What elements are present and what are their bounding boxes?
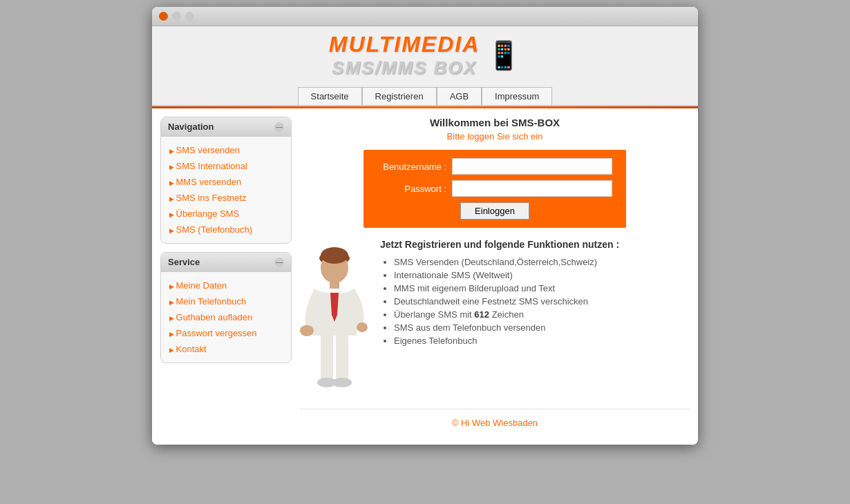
password-row: Passwort : — [377, 180, 612, 197]
svg-point-2 — [321, 247, 348, 264]
service-link-meine-daten[interactable]: Meine Daten — [165, 278, 287, 293]
navigation-title: Navigation — [168, 122, 214, 132]
person-svg — [300, 239, 369, 398]
username-input[interactable] — [452, 158, 612, 175]
browser-titlebar — [152, 7, 698, 26]
svg-point-4 — [300, 325, 314, 336]
service-box: Service — Meine Daten Mein Telefonbuch G… — [160, 252, 292, 363]
service-link-guthaben[interactable]: Guthaben aufladen — [165, 309, 287, 325]
feature-item: SMS aus dem Telefonbuch versenden — [394, 322, 690, 333]
nav-tabs: Startseite Registrieren AGB Impressum — [152, 87, 698, 105]
phone-icon: 📱 — [487, 39, 521, 72]
service-title: Service — [168, 257, 200, 267]
navigation-links: SMS versenden SMS International MMS vers… — [161, 137, 291, 243]
right-content: Willkommen bei SMS-BOX Bitte loggen Sie … — [300, 117, 690, 436]
tab-registrieren[interactable]: Registrieren — [362, 87, 437, 105]
username-row: Benutzername : — [377, 158, 612, 175]
feature-item: Eigenes Telefonbuch — [394, 336, 690, 346]
welcome-section: Willkommen bei SMS-BOX Bitte loggen Sie … — [300, 117, 690, 228]
service-link-kontakt[interactable]: Kontakt — [165, 341, 287, 357]
nav-link-sms-versenden[interactable]: SMS versenden — [165, 142, 287, 158]
feature-item: Überlange SMS mit 612 Zeichen — [394, 309, 690, 320]
service-minimize-button[interactable]: — — [274, 258, 284, 267]
close-button[interactable] — [159, 12, 168, 21]
password-input[interactable] — [452, 180, 612, 197]
site-header: MULTIMEDIA SMS/MMS BOX 📱 Startseite Regi… — [152, 26, 698, 106]
features-section: Jetzt Registrieren und folgende Funktion… — [380, 239, 690, 349]
feature-item: MMS mit eigenem Bilderupload und Text — [394, 283, 690, 293]
footer-link[interactable]: © Hi Web Wiesbaden — [452, 418, 538, 428]
tab-agb[interactable]: AGB — [437, 87, 482, 105]
browser-content: MULTIMEDIA SMS/MMS BOX 📱 Startseite Regi… — [152, 26, 698, 445]
nav-link-sms-telefonbuch[interactable]: SMS (Telefonbuch) — [165, 222, 287, 238]
svg-rect-7 — [336, 334, 348, 382]
features-list: SMS Versenden (Deutschland,Österreich,Sc… — [380, 257, 690, 346]
bottom-area: Jetzt Registrieren und folgende Funktion… — [300, 239, 690, 398]
feature-item: Deutschlandweit eine Festnetz SMS versch… — [394, 296, 690, 307]
logo-text: MULTIMEDIA SMS/MMS BOX — [329, 32, 480, 79]
logo-smsmms: SMS/MMS BOX — [332, 57, 477, 79]
minimize-button[interactable] — [172, 12, 181, 21]
navigation-minimize-button[interactable]: — — [274, 122, 284, 132]
service-link-telefonbuch[interactable]: Mein Telefonbuch — [165, 293, 287, 309]
logo-multimedia: MULTIMEDIA — [329, 32, 480, 57]
username-label: Benutzername : — [377, 162, 446, 172]
svg-point-9 — [332, 378, 352, 387]
password-label: Passwort : — [377, 184, 446, 194]
person-image — [300, 239, 369, 398]
logo-area: MULTIMEDIA SMS/MMS BOX 📱 — [152, 32, 698, 84]
service-box-header: Service — — [161, 253, 291, 272]
sidebar: Navigation — SMS versenden SMS Internati… — [160, 117, 292, 436]
svg-point-5 — [357, 322, 368, 332]
navigation-box-header: Navigation — — [161, 117, 291, 137]
service-links: Meine Daten Mein Telefonbuch Guthaben au… — [161, 272, 291, 362]
browser-window: MULTIMEDIA SMS/MMS BOX 📱 Startseite Regi… — [152, 7, 698, 445]
nav-link-sms-international[interactable]: SMS International — [165, 158, 287, 174]
login-form: Benutzername : Passwort : Einloggen — [363, 150, 626, 228]
tab-impressum[interactable]: Impressum — [482, 87, 552, 105]
feature-item: SMS Versenden (Deutschland,Österreich,Sc… — [394, 257, 690, 267]
welcome-title: Willkommen bei SMS-BOX — [300, 117, 690, 128]
main-content: Navigation — SMS versenden SMS Internati… — [152, 108, 698, 445]
welcome-subtitle: Bitte loggen Sie sich ein — [300, 131, 690, 142]
service-link-passwort[interactable]: Passwort vergessen — [165, 325, 287, 341]
nav-link-mms-versenden[interactable]: MMS versenden — [165, 174, 287, 190]
svg-rect-6 — [321, 334, 333, 382]
tab-startseite[interactable]: Startseite — [298, 87, 362, 105]
navigation-box: Navigation — SMS versenden SMS Internati… — [160, 117, 292, 244]
site-footer: © Hi Web Wiesbaden — [300, 409, 690, 436]
nav-link-uberlange-sms[interactable]: Überlange SMS — [165, 206, 287, 222]
svg-rect-3 — [330, 280, 339, 289]
maximize-button[interactable] — [185, 12, 194, 21]
login-btn-row: Einloggen — [377, 202, 612, 220]
login-button[interactable]: Einloggen — [460, 202, 529, 220]
features-title: Jetzt Registrieren und folgende Funktion… — [380, 239, 690, 250]
feature-item: Internationale SMS (Weltweit) — [394, 270, 690, 280]
nav-link-sms-festnetz[interactable]: SMS ins Festnetz — [165, 190, 287, 206]
